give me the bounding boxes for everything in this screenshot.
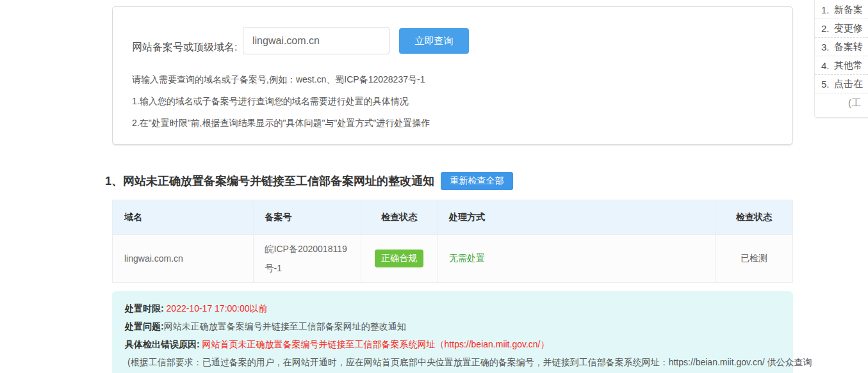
sidebar-item-label: 新备案 bbox=[834, 4, 863, 16]
sidebar-item-number: 4. bbox=[821, 60, 834, 71]
deadline-line: 处置时限: 2022-10-17 17:00:00以前 bbox=[125, 299, 780, 317]
problem-value: 网站未正确放置备案编号并链接至工信部备案网址的整改通知 bbox=[164, 321, 406, 331]
notice-section-header: 1、网站未正确放置备案编号并链接至工信部备案网址的整改通知 重新检查全部 bbox=[105, 172, 513, 190]
status-badge: 正确合规 bbox=[375, 250, 423, 267]
query-now-button[interactable]: 立即查询 bbox=[399, 28, 469, 54]
cell-domain: lingwai.com.cn bbox=[113, 235, 254, 282]
disposal-notice-box: 处置时限: 2022-10-17 17:00:00以前 处置问题:网站未正确放置… bbox=[112, 291, 793, 373]
tip-example: 请输入需要查询的域名或子备案号,例如：west.cn、蜀ICP备12028237… bbox=[132, 73, 430, 86]
cell-handle-method: 无需处置 bbox=[438, 235, 716, 282]
header-icp-number: 备案号 bbox=[254, 200, 362, 234]
header-domain: 域名 bbox=[113, 200, 254, 234]
reason-label: 具体检出错误原因: bbox=[125, 339, 200, 349]
sidebar-item-number: 2. bbox=[821, 23, 834, 34]
sidebar-item-other[interactable]: 4. 其他常 bbox=[815, 56, 868, 75]
sidebar-item-number: 5. bbox=[821, 79, 834, 90]
reason-line: 具体检出错误原因: 网站首页未正确放置备案编号并链接至工信部备案系统网址（htt… bbox=[125, 335, 780, 353]
sidebar-item-label: 备案转 bbox=[834, 41, 863, 53]
icp-result-table: 域名 备案号 检查状态 处理方式 检查状态 lingwai.com.cn 皖IC… bbox=[112, 200, 793, 283]
section-title: 1、网站未正确放置备案编号并链接至工信部备案网址的整改通知 bbox=[105, 173, 434, 189]
query-input-label: 网站备案号或顶级域名: bbox=[132, 33, 237, 61]
problem-line: 处置问题:网站未正确放置备案编号并链接至工信部备案网址的整改通知 bbox=[125, 317, 780, 335]
sidebar-footer-note: (工 bbox=[815, 93, 868, 113]
recheck-all-button[interactable]: 重新检查全部 bbox=[441, 172, 513, 190]
sidebar-item-change[interactable]: 2. 变更修 bbox=[815, 19, 868, 38]
header-detect-status: 检查状态 bbox=[716, 200, 792, 234]
domain-query-input[interactable] bbox=[243, 27, 389, 54]
cell-icp-number: 皖ICP备2020018119 号-1 bbox=[254, 235, 362, 282]
icp-number-line1: 皖ICP备2020018119 bbox=[265, 239, 347, 258]
sidebar-item-label: 变更修 bbox=[834, 22, 863, 35]
sidebar-item-transfer[interactable]: 3. 备案转 bbox=[815, 38, 868, 56]
table-header-row: 域名 备案号 检查状态 处理方式 检查状态 bbox=[113, 200, 792, 234]
problem-label: 处置问题: bbox=[125, 321, 164, 331]
tip-step-1: 1.输入您的域名或子备案号进行查询您的域名需要进行处置的具体情况 bbox=[132, 95, 430, 107]
sidebar-item-label: 其他常 bbox=[834, 60, 863, 72]
query-tips: 请输入需要查询的域名或子备案号,例如：west.cn、蜀ICP备12028237… bbox=[132, 73, 430, 138]
header-check-status: 检查状态 bbox=[361, 200, 438, 234]
cell-detect-status: 已检测 bbox=[716, 235, 792, 282]
icp-number-line2: 号-1 bbox=[265, 258, 347, 278]
query-panel: 网站备案号或顶级域名: 立即查询 请输入需要查询的域名或子备案号,例如：west… bbox=[112, 6, 793, 145]
requirement-detail: (根据工信部要求：已通过备案的用户，在网站开通时，应在网站首页底部中央位置放置正… bbox=[125, 353, 780, 371]
help-sidebar: 1. 新备案 2. 变更修 3. 备案转 4. 其他常 5. 点击在 (工 bbox=[814, 0, 868, 118]
sidebar-item-label: 点击在 bbox=[834, 78, 863, 90]
header-handle-method: 处理方式 bbox=[438, 200, 716, 234]
tip-step-2: 2.在"处置时限"前,根据查询结果显示的"具体问题"与"处置方式"进行处置操作 bbox=[132, 116, 430, 129]
sidebar-item-number: 1. bbox=[821, 4, 834, 15]
sidebar-item-number: 3. bbox=[821, 42, 834, 52]
table-row: lingwai.com.cn 皖ICP备2020018119 号-1 正确合规 … bbox=[113, 234, 792, 283]
deadline-value: 2022-10-17 17:00:00以前 bbox=[167, 303, 268, 313]
sidebar-item-click[interactable]: 5. 点击在 bbox=[815, 75, 868, 93]
cell-check-status: 正确合规 bbox=[361, 235, 438, 282]
deadline-label: 处置时限: bbox=[125, 303, 164, 313]
reason-value: 网站首页未正确放置备案编号并链接至工信部备案系统网址（https://beian… bbox=[202, 339, 550, 349]
sidebar-item-new-filing[interactable]: 1. 新备案 bbox=[815, 1, 868, 19]
